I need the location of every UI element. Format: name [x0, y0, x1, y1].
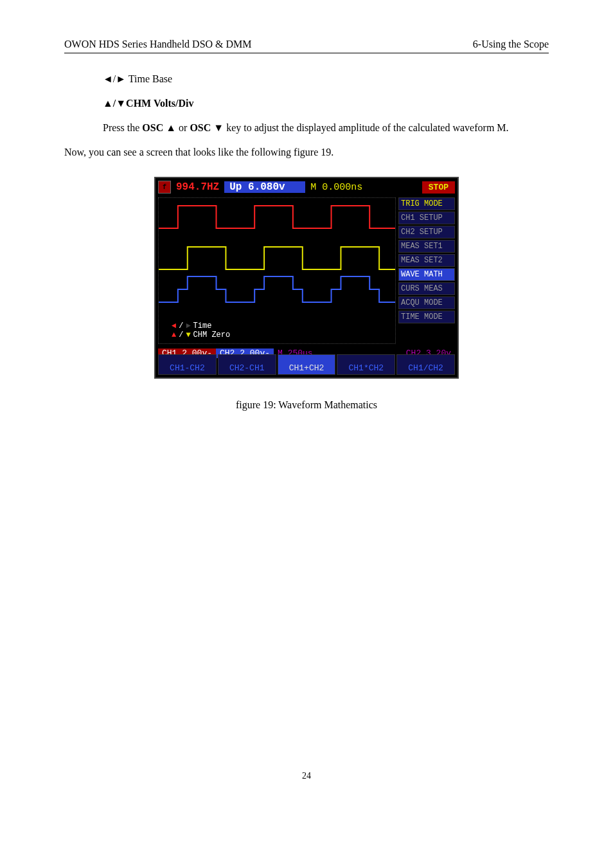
- osc-down-label: OSC ▼: [190, 122, 224, 133]
- m-time-readout: M 0.000ns: [305, 182, 368, 193]
- menu-trig-mode[interactable]: TRIG MODE: [398, 197, 455, 210]
- page-number: 24: [64, 771, 549, 781]
- scope-bottom-menu: CH1-CH2 CH2-CH1 IXCH1+CH2 CH1*CH2 CH1/CH…: [158, 354, 455, 375]
- timebase-line: ◄/► Time Base: [64, 71, 549, 87]
- math-ch2-minus-ch1[interactable]: CH2-CH1: [218, 354, 276, 375]
- menu-acqu-mode[interactable]: ACQU MODE: [398, 296, 455, 309]
- triangle-down-icon: ▼: [186, 330, 190, 339]
- header-left: OWON HDS Series Handheld DSO & DMM: [64, 39, 252, 50]
- figure-wrap: f 994.7HZ Up 6.080v M 0.000ns STOP TRIG …: [64, 177, 549, 411]
- navigation-hints: ◄/► Time ▲/▼ CHM Zero: [172, 321, 230, 339]
- run-status: STOP: [422, 181, 455, 194]
- bmenu-label: CH1*CH2: [348, 363, 384, 373]
- bmenu-label: CH1-CH2: [170, 363, 205, 373]
- bmenu-label: CH1+CH2: [289, 363, 324, 373]
- scope-side-menu: TRIG MODE CH1 SETUP CH2 SETUP MEAS SET1 …: [398, 197, 455, 323]
- hint-time-label: Time: [193, 321, 212, 330]
- menu-wave-math[interactable]: WAVE MATH: [398, 268, 455, 281]
- osc-up-label: OSC ▲: [142, 122, 176, 133]
- triangle-right-icon: ►: [186, 321, 190, 330]
- menu-meas-set2[interactable]: MEAS SET2: [398, 254, 455, 267]
- math-ch1-times-ch2[interactable]: CH1*CH2: [337, 354, 395, 375]
- frequency-readout: 994.7HZ: [171, 181, 224, 193]
- bmenu-label: CH1/CH2: [408, 363, 443, 373]
- triangle-left-icon: ◄: [172, 321, 176, 330]
- corner-indicator: f: [158, 181, 171, 194]
- menu-time-mode[interactable]: TIME MODE: [398, 311, 455, 323]
- text-fragment: key to adjust the displayed amplitude of…: [224, 122, 508, 133]
- osc-instruction: Press the OSC ▲ or OSC ▼ key to adjust t…: [64, 120, 549, 136]
- math-ch1-minus-ch2[interactable]: CH1-CH2: [158, 354, 217, 375]
- figure-intro: Now, you can see a screen that looks lik…: [64, 145, 549, 160]
- bmenu-label: CH2-CH1: [229, 363, 265, 373]
- figure-caption: figure 19: Waveform Mathematics: [64, 399, 549, 411]
- waveform-plot-area: ◄/► Time ▲/▼ CHM Zero: [158, 197, 396, 344]
- slash: /: [179, 321, 183, 330]
- hint-chm-label: CHM Zero: [193, 330, 231, 339]
- menu-meas-set1[interactable]: MEAS SET1: [398, 240, 455, 253]
- slash: /: [179, 330, 183, 339]
- chm-line: ▲/▼CHM Volts/Div: [64, 96, 549, 111]
- menu-curs-meas[interactable]: CURS MEAS: [398, 282, 455, 295]
- math-ch1-div-ch2[interactable]: CH1/CH2: [396, 354, 455, 375]
- vp-readout: Up 6.080v: [224, 181, 305, 193]
- menu-ch1-setup[interactable]: CH1 SETUP: [398, 212, 455, 224]
- waveform-math: [159, 270, 395, 309]
- triangle-up-icon: ▲: [172, 330, 176, 339]
- scope-top-bar: f 994.7HZ Up 6.080v M 0.000ns STOP: [158, 181, 455, 194]
- waveform-ch1: [159, 199, 395, 238]
- oscilloscope-screenshot: f 994.7HZ Up 6.080v M 0.000ns STOP TRIG …: [154, 177, 459, 379]
- math-ch1-plus-ch2[interactable]: IXCH1+CH2: [278, 354, 336, 375]
- text-fragment: or: [176, 122, 190, 133]
- page-header: OWON HDS Series Handheld DSO & DMM 6-Usi…: [64, 39, 549, 53]
- header-right: 6-Using the Scope: [473, 39, 549, 50]
- ix-label: IX: [278, 357, 335, 363]
- menu-ch2-setup[interactable]: CH2 SETUP: [398, 226, 455, 239]
- text-fragment: Press the: [103, 122, 142, 133]
